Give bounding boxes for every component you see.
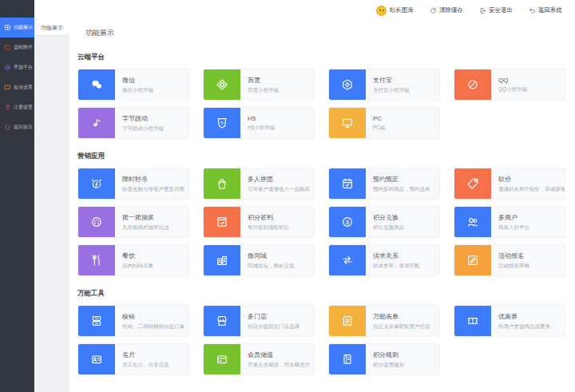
feature-card[interactable]: 万能表单自定义表单获取用户信息 [328,305,440,337]
sidebar-item-label: 开放平台 [14,64,33,71]
feature-card[interactable]: 积分规则积分使用规则 [328,343,440,375]
baidu-icon [204,69,240,101]
feature-card[interactable]: 限时秒杀快速抢购引导客户更多消费 [77,168,189,200]
card-text: 砍价邀请好友帮忙砍价，带动新客 [491,175,565,193]
card-text: 积分签到每日签到领取积分 [240,213,289,232]
card-subtitle: 微信小程序端 [122,87,153,94]
sidebar-item-2[interactable]: 远程附件 [0,38,34,57]
coin-icon: $ [329,206,366,238]
feature-card[interactable]: 多商户商家入驻平台 [454,206,565,238]
bytedance-icon [78,107,115,139]
feature-card[interactable]: 砍价邀请好友帮忙砍价，带动新客 [454,168,565,200]
sidebar-item-label: 功能展示 [14,24,33,31]
sidebar-item-label: 远程附件 [14,44,33,51]
feature-card[interactable]: 摇一摇抽奖九宫格模式抽奖玩法 [77,206,189,238]
card-text: 优惠券向用户发放商品优惠券 [491,312,550,331]
card-subtitle: 积分兑换商品 [373,224,404,232]
submenu-item-active[interactable]: 功能展示 [34,21,69,34]
attachment-icon [4,44,11,51]
feature-card[interactable]: 多人拼团引导客户邀请他人一起购买 [203,168,315,200]
sidebar-item-6[interactable]: 返回首页 [0,117,34,137]
feature-card[interactable]: 预约预定预约多种商品，预约选座 [328,168,440,200]
card-title: 名片 [122,350,169,359]
card-text: 百度百度小程序端 [240,76,279,94]
page-title: 功能展示 [77,26,575,40]
card-text: 核销凭码、二维码核销自提订单 [115,312,184,331]
sidebar-item-5[interactable]: 注册设置 [0,97,34,117]
feature-card[interactable]: 积分签到每日签到领取积分 [203,206,315,238]
card-title: 积分规则 [373,350,404,359]
feature-card[interactable]: QQQQ小程序端 [454,69,565,101]
card-subtitle: 九宫格模式抽奖玩法 [122,224,169,232]
card-text: 微信微信小程序端 [115,76,153,94]
feature-card[interactable]: 百度百度小程序端 [203,69,315,101]
home-icon [4,124,11,131]
topbar: 站长图库 清除缓存安全退出返回系统 [34,0,575,21]
feature-card[interactable]: 微信微信小程序端 [77,69,189,101]
topbar-action-3[interactable]: 返回系统 [529,6,562,14]
topbar-action-label: 清除缓存 [439,6,463,14]
feature-card[interactable]: 餐饮店内扫码点餐 [77,244,189,276]
feature-card[interactable]: 5H5H5小程序端 [203,107,315,139]
feature-card[interactable]: 支付宝支付宝小程序端 [328,69,440,101]
wallet-icon [204,343,240,375]
sidebar-item-4[interactable]: 短信设置 [0,77,34,97]
card-text: H5H5小程序端 [240,115,275,132]
card-text: 万能表单自定义表单获取用户信息 [366,312,430,331]
app-window: 站长图库 清除缓存安全退出返回系统 功能展示远程附件开放平台短信设置注册设置返回… [0,0,575,392]
card-subtitle: 凭码、二维码核销自提订单 [122,323,184,331]
bizcard-icon [78,343,115,375]
topbar-action-1[interactable]: 清除缓存 [430,6,463,14]
card-text: 会员储值开通会员储值，可余额支付 [240,350,310,369]
card-subtitle: 积分使用规则 [373,362,404,369]
feature-card[interactable]: PCPC端 [328,107,440,139]
feature-card[interactable]: 核销凭码、二维码核销自提订单 [77,305,189,337]
feature-card[interactable]: 微同城同城论坛，网友交流 [203,244,315,276]
card-text: 多商户商家入驻平台 [491,213,529,232]
card-title: 多门店 [248,312,299,321]
swap-icon [329,244,366,276]
avatar [376,6,387,16]
card-title: 微信 [122,76,153,85]
feature-card[interactable]: 字节跳动字节跳动小程序端 [77,107,189,139]
sms-icon [4,84,11,91]
checkin-icon [204,206,240,238]
card-text: 名片员工名片，分享交流 [115,350,169,369]
store-icon [204,305,240,337]
feature-card[interactable]: 活动报名活动报名审核 [454,244,565,276]
topbar-action-2[interactable]: 安全退出 [479,6,513,14]
topbar-action-label: 安全退出 [489,6,513,14]
qq-icon [454,69,491,101]
rule-icon [329,343,366,375]
card-title: 砍价 [498,175,565,184]
card-title: 积分兑换 [373,213,404,222]
card-text: 预约预定预约多种商品，预约选座 [366,175,430,193]
card-subtitle: H5小程序端 [248,125,275,132]
sidebar-item-1[interactable]: 功能展示 [0,18,34,38]
card-text: 支付宝支付宝小程序端 [366,76,410,94]
register-icon [4,104,11,111]
card-subtitle: 向用户发放商品优惠券 [498,323,550,331]
feature-card[interactable]: 供求关系供求发布，需求匹配 [328,244,440,276]
feature-card[interactable]: 优惠券向用户发放商品优惠券 [454,305,565,337]
card-subtitle: 自定义表单获取用户信息 [373,323,430,331]
form-icon [329,305,366,337]
coupon-icon [454,305,491,337]
feature-card[interactable]: $积分兑换积分兑换商品 [328,206,440,238]
card-subtitle: 商家入驻平台 [498,224,529,232]
tag-icon [454,168,491,200]
card-title: 万能表单 [373,312,430,321]
card-title: 微同城 [248,251,295,260]
user-account[interactable]: 站长图库 [376,6,414,16]
card-subtitle: 百度小程序端 [248,87,279,94]
feature-card[interactable]: 多门店到店自提就近门店选择 [203,305,315,337]
topbar-actions: 清除缓存安全退出返回系统 [430,6,562,14]
sidebar-item-3[interactable]: 开放平台 [0,57,34,77]
card-title: 摇一摇抽奖 [122,213,169,222]
logout-icon [479,7,486,14]
card-subtitle: 员工名片，分享交流 [122,362,169,369]
sidebar-item-label: 短信设置 [14,84,33,91]
sidebar-item-label: 注册设置 [14,104,33,111]
feature-card[interactable]: 名片员工名片，分享交流 [77,343,189,375]
feature-card[interactable]: 会员储值开通会员储值，可余额支付 [203,343,315,375]
